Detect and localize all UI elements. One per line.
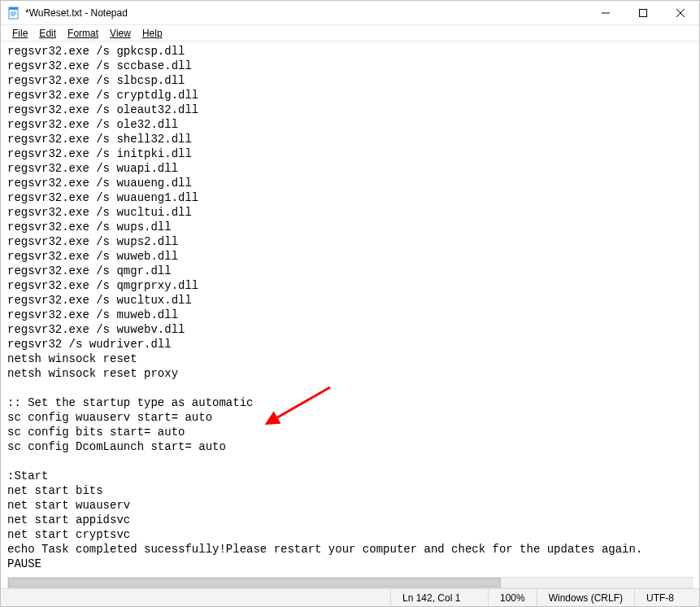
maximize-button[interactable]: [624, 1, 662, 24]
window-title: *WuReset.txt - Notepad: [25, 7, 128, 19]
menu-file[interactable]: File: [7, 27, 33, 40]
svg-rect-6: [640, 9, 647, 16]
status-eol: Windows (CRLF): [537, 589, 634, 606]
status-bar: Ln 142, Col 1 100% Windows (CRLF) UTF-8: [1, 588, 699, 606]
menu-help[interactable]: Help: [137, 27, 167, 40]
horizontal-scrollbar[interactable]: [7, 577, 693, 588]
status-zoom: 100%: [488, 589, 537, 606]
notepad-icon: [7, 7, 20, 20]
menu-edit[interactable]: Edit: [34, 27, 61, 40]
minimize-button[interactable]: [587, 1, 624, 24]
menu-bar: File Edit Format View Help: [1, 25, 699, 41]
editor-viewport: regsvr32.exe /s gpkcsp.dll regsvr32.exe …: [1, 42, 699, 588]
close-button[interactable]: [662, 1, 699, 24]
status-position: Ln 142, Col 1: [390, 589, 488, 606]
svg-rect-1: [9, 7, 18, 10]
horizontal-scrollbar-thumb[interactable]: [8, 578, 501, 587]
menu-format[interactable]: Format: [63, 27, 103, 40]
menu-view[interactable]: View: [105, 27, 136, 40]
editor-content[interactable]: regsvr32.exe /s gpkcsp.dll regsvr32.exe …: [1, 42, 699, 571]
window-controls: [587, 1, 699, 24]
title-bar: *WuReset.txt - Notepad: [1, 1, 699, 25]
status-encoding: UTF-8: [634, 589, 699, 606]
